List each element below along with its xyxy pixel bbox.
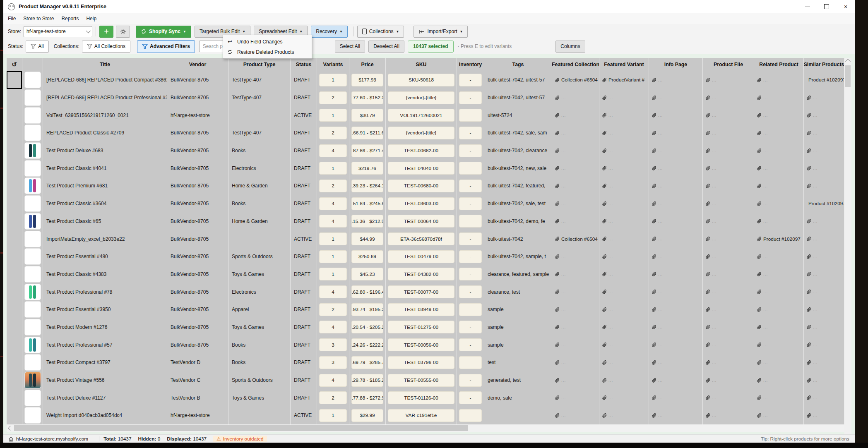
cell-related_product[interactable]: ... [754, 124, 804, 142]
inventory-chip[interactable]: - [459, 250, 482, 263]
cell-thumb[interactable] [22, 177, 43, 195]
cell-featured_collection[interactable]: ... [552, 371, 599, 389]
cell-tags[interactable]: bulk-uitest-7042, uitest-57 [484, 71, 552, 89]
cell-featured_collection[interactable]: ... [552, 142, 599, 160]
store-select[interactable]: hf-large-test-store [24, 26, 92, 37]
price-chip[interactable]: $29.99 [351, 409, 383, 422]
inventory-chip[interactable]: - [459, 127, 482, 139]
header-product_file[interactable]: Product File [703, 58, 754, 71]
cell-thumb[interactable] [22, 142, 43, 160]
cell-featured_collection[interactable]: ... [552, 106, 599, 124]
cell-vendor[interactable]: BulkVendor-8705 [167, 266, 228, 283]
cell-featured_variant[interactable]: ... [599, 283, 649, 301]
cell-thumb[interactable] [22, 195, 43, 213]
cell-info_page[interactable]: ... [649, 266, 703, 283]
price-chip[interactable]: $187.86 - $271.48 [351, 144, 383, 157]
cell-vendor[interactable]: hf-large-test-store [167, 407, 228, 424]
shopify-sync-button[interactable]: Shopify Sync ▼ [136, 26, 191, 38]
price-chip[interactable]: $124.26 - $222.23 [351, 338, 383, 351]
inventory-chip[interactable]: - [459, 180, 482, 192]
cell-info_page[interactable]: ... [649, 389, 703, 407]
sku-chip[interactable]: TEST-00479-00 [388, 250, 454, 263]
deselect-all-button[interactable]: Deselect All [368, 41, 404, 53]
header-variants[interactable]: Variants [317, 58, 349, 71]
settings-button[interactable] [116, 26, 130, 38]
cell-price[interactable]: $193.74 - $195.31 [349, 301, 386, 319]
inventory-chip[interactable]: - [459, 303, 482, 316]
sku-chip[interactable]: TEST-04382-00 [388, 268, 454, 280]
cell-product_file[interactable]: ... [703, 230, 754, 248]
cell-featured_variant[interactable]: ... [599, 89, 649, 107]
header-tags[interactable]: Tags [484, 58, 552, 71]
table-row[interactable]: Test Product Essential #3950BulkVendor-8… [7, 301, 844, 319]
cell-status[interactable]: DRAFT [291, 89, 317, 107]
inventory-chip[interactable]: - [459, 374, 482, 387]
cell-featured_variant[interactable]: ... [599, 371, 649, 389]
cell-type[interactable]: TestType-407 [228, 124, 291, 142]
cell-featured_variant[interactable]: ... [599, 319, 649, 336]
cell-featured_collection[interactable]: ... [552, 283, 599, 301]
cell-similar_products[interactable]: ... [804, 354, 844, 371]
cell-product_file[interactable]: ... [703, 177, 754, 195]
inventory-chip[interactable]: - [459, 74, 482, 86]
cell-price[interactable]: $177.60 - $152.35 [349, 89, 386, 107]
cell-product_file[interactable]: ... [703, 336, 754, 354]
sku-chip[interactable]: VAR-c191ef1e [388, 409, 454, 422]
cell-info_page[interactable]: ... [649, 283, 703, 301]
cell-product_file[interactable]: ... [703, 301, 754, 319]
cell-related_product[interactable]: ... [754, 301, 804, 319]
cell-related_product[interactable]: ... [754, 195, 804, 213]
sku-chip[interactable]: TEST-03796-00 [388, 356, 454, 369]
cell-status[interactable]: DRAFT [291, 213, 317, 230]
cell-status[interactable]: DRAFT [291, 319, 317, 336]
variants-chip[interactable]: 4 [319, 374, 347, 387]
cell-reset[interactable] [7, 142, 22, 160]
table-row[interactable]: Test Product Deluxe #683BulkVendor-8705B… [7, 142, 844, 160]
cell-price[interactable]: $139.23 - $264.17 [349, 177, 386, 195]
horizontal-scrollbar[interactable] [7, 424, 844, 432]
cell-vendor[interactable]: BulkVendor-8705 [167, 124, 228, 142]
header-price[interactable]: Price [349, 58, 386, 71]
cell-thumb[interactable] [22, 106, 43, 124]
cell-thumb[interactable] [22, 336, 43, 354]
table-row[interactable]: Test Product Classic #4041BulkVendor-870… [7, 159, 844, 177]
sku-chip[interactable]: TEST-00077-00 [388, 285, 454, 298]
cell-type[interactable]: Sports & Outdoors [228, 248, 291, 266]
cell-info_page[interactable]: ... [649, 106, 703, 124]
price-chip[interactable]: $30.79 [351, 109, 383, 122]
cell-similar_products[interactable]: Product #102097 [804, 195, 844, 213]
variants-chip[interactable]: 4 [319, 285, 347, 298]
table-row[interactable]: Test Product Classic #65BulkVendor-8705H… [7, 213, 844, 230]
product-thumbnail[interactable] [24, 337, 41, 353]
sku-chip[interactable]: TEST-00680-00 [388, 180, 454, 192]
price-chip[interactable]: $169.79 - $285.71 [351, 356, 383, 369]
product-thumbnail[interactable] [24, 372, 41, 388]
cell-variants[interactable]: 3 [317, 354, 349, 371]
cell-similar_products[interactable]: ... [804, 159, 844, 177]
cell-sku[interactable]: TEST-00682-00 [386, 142, 457, 160]
cell-similar_products[interactable]: ... [804, 230, 844, 248]
price-chip[interactable]: $45.23 [351, 268, 383, 280]
table-row[interactable]: Test Product Classic #4383BulkVendor-870… [7, 266, 844, 283]
columns-button[interactable]: Columns [555, 41, 585, 53]
cell-featured_variant[interactable]: ... [599, 177, 649, 195]
variants-chip[interactable]: 1 [319, 409, 347, 422]
cell-featured_variant[interactable]: ... [599, 301, 649, 319]
cell-sku[interactable]: TEST-00555-00 [386, 371, 457, 389]
product-thumbnail-empty[interactable] [24, 195, 41, 212]
menu-reports[interactable]: Reports [58, 16, 82, 22]
cell-featured_variant[interactable]: ... [599, 389, 649, 407]
cell-tags[interactable] [484, 407, 552, 424]
cell-reset[interactable] [7, 159, 22, 177]
cell-related_product[interactable]: ... [754, 106, 804, 124]
cell-similar_products[interactable]: ... [804, 283, 844, 301]
cell-featured_collection[interactable]: ... [552, 213, 599, 230]
cell-featured_collection[interactable]: ... [552, 124, 599, 142]
cell-featured_collection[interactable]: ... [552, 301, 599, 319]
cell-title[interactable]: Test Product Deluxe #1127 [43, 389, 167, 407]
cell-inventory[interactable]: - [457, 354, 484, 371]
table-row[interactable]: Test Product Compact #3797TestVendor DBo… [7, 354, 844, 371]
cell-featured_variant[interactable]: ... [599, 336, 649, 354]
collections-filter-button[interactable]: All Collections [82, 41, 130, 53]
cell-featured_variant[interactable]: ... [599, 266, 649, 283]
